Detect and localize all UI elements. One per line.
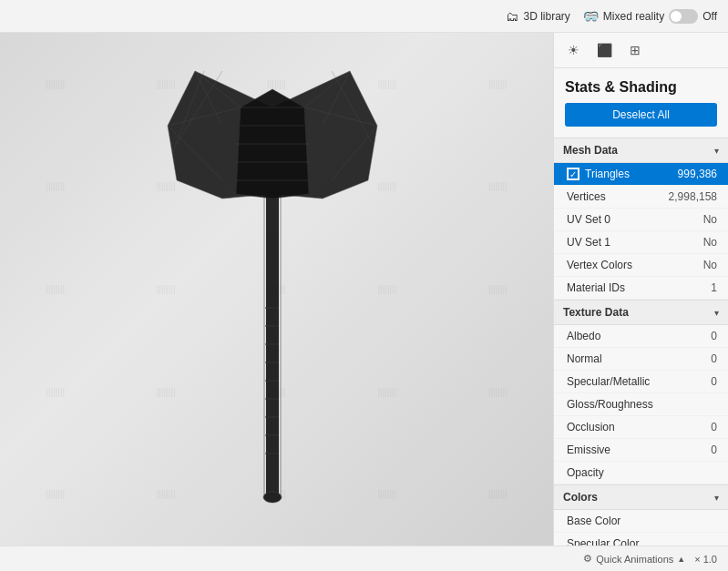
mesh-data-section-header[interactable]: Mesh Data ▾ [554,138,728,163]
emissive-label: Emissive [567,444,610,456]
specular-metallic-label: Specular/Metallic [567,375,650,388]
watermark-cell: |||||||| [443,136,553,239]
vertices-value: 2,998,158 [669,190,717,203]
triangles-checkbox[interactable]: ✓ [567,168,579,180]
uvset1-value: No [703,236,717,249]
panel-tabs: ☀ ⬛ ⊞ [554,33,728,68]
vertex-colors-label: Vertex Colors [567,259,632,271]
watermark-cell: |||||||| [443,443,553,546]
texture-data-chevron: ▾ [714,308,719,318]
axe-model [149,53,405,526]
table-row: Emissive 0 [554,439,728,462]
material-ids-value: 1 [711,281,717,294]
mesh-data-label: Mesh Data [563,144,618,157]
mixed-reality-label: Mixed reality [603,10,664,23]
watermark-cell: |||||||| [443,33,553,136]
watermark-cell: |||||||| [0,136,110,239]
specular-metallic-value: 0 [711,375,717,388]
library-item[interactable]: 🗂 3D library [506,9,569,24]
table-row: Opacity [554,462,728,484]
colors-section-header[interactable]: Colors ▾ [554,484,728,510]
table-row: Material IDs 1 [554,277,728,300]
table-row: Vertices 2,998,158 [554,186,728,209]
library-label: 3D library [523,10,569,23]
mixed-reality-item[interactable]: 🥽 Mixed reality Off [583,9,717,24]
quick-animations-item[interactable]: ⚙ Quick Animations ▲ [583,553,685,565]
table-row: UV Set 1 No [554,231,728,254]
watermark-cell: |||||||| [0,341,110,444]
table-row: UV Set 0 No [554,209,728,231]
right-panel: ☀ ⬛ ⊞ Stats & Shading Deselect All Mesh … [553,33,728,546]
off-label: Off [702,10,717,23]
zoom-item[interactable]: × 1.0 [694,554,717,565]
bottom-bar: ⚙ Quick Animations ▲ × 1.0 [0,546,728,571]
watermark-cell: |||||||| [0,443,110,546]
watermark-cell: |||||||| [0,238,110,341]
panel-content: Stats & Shading Deselect All Mesh Data ▾… [554,68,728,546]
toggle-track [669,9,698,24]
table-row: Base Color [554,510,728,533]
table-row: Normal 0 [554,348,728,371]
row-left: ✓ Triangles [567,168,630,180]
zoom-label: × 1.0 [694,554,717,565]
material-ids-label: Material IDs [567,281,625,294]
specular-color-label: Specular Color [567,537,639,546]
table-row: Specular/Metallic 0 [554,371,728,393]
colors-chevron: ▾ [714,493,719,503]
library-icon: 🗂 [506,9,518,24]
viewport[interactable]: |||||||| |||||||| |||||||| |||||||| ||||… [0,33,553,546]
texture-data-label: Texture Data [563,306,629,319]
grid-tab[interactable]: ⊞ [625,40,645,60]
watermark-cell: |||||||| [443,238,553,341]
panel-title: Stats & Shading [554,68,728,103]
occlusion-value: 0 [711,421,717,433]
colors-label: Colors [563,491,598,504]
watermark-cell: |||||||| [443,341,553,444]
vertex-colors-value: No [703,259,717,271]
animations-chevron: ▲ [677,555,685,564]
view-tab[interactable]: ⬛ [594,40,614,60]
opacity-label: Opacity [567,466,604,479]
albedo-label: Albedo [567,330,600,342]
mixed-reality-toggle[interactable] [669,9,698,24]
table-row: Occlusion 0 [554,416,728,439]
mesh-data-chevron: ▾ [714,146,719,156]
table-row: Specular Color [554,533,728,546]
uvset1-label: UV Set 1 [567,236,610,249]
occlusion-label: Occlusion [567,421,615,433]
gloss-roughness-label: Gloss/Roughness [567,398,653,411]
toggle-thumb [671,11,682,22]
deselect-all-button[interactable]: Deselect All [565,103,717,127]
table-row[interactable]: ✓ Triangles 999,386 [554,163,728,186]
albedo-value: 0 [711,330,717,342]
vertices-label: Vertices [567,190,606,203]
triangles-label: Triangles [585,168,630,180]
triangles-value: 999,386 [678,168,717,180]
base-color-label: Base Color [567,515,620,527]
animations-label: Quick Animations [596,554,673,565]
table-row: Albedo 0 [554,325,728,348]
top-bar: 🗂 3D library 🥽 Mixed reality Off [0,0,728,33]
uvset0-label: UV Set 0 [567,213,610,226]
main-area: |||||||| |||||||| |||||||| |||||||| ||||… [0,33,728,546]
table-row: Gloss/Roughness [554,393,728,416]
sun-tab[interactable]: ☀ [563,40,583,60]
texture-data-section-header[interactable]: Texture Data ▾ [554,300,728,325]
uvset0-value: No [703,213,717,226]
normal-value: 0 [711,352,717,365]
emissive-value: 0 [711,444,717,456]
watermark-cell: |||||||| [0,33,110,136]
svg-point-30 [263,492,282,503]
mixed-reality-icon: 🥽 [583,9,599,24]
table-row: Vertex Colors No [554,254,728,277]
normal-label: Normal [567,352,602,365]
animations-icon: ⚙ [583,553,592,565]
